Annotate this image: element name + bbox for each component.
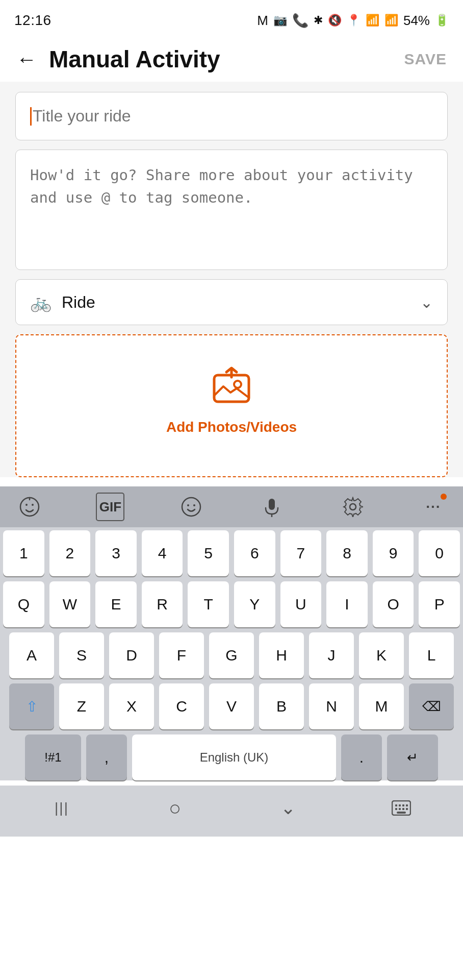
svg-rect-0 xyxy=(214,375,249,402)
content-area: 🚲 Ride ⌄ Add Photos/Videos xyxy=(0,82,463,477)
key-7[interactable]: 7 xyxy=(280,530,322,576)
text-cursor xyxy=(30,107,32,126)
key-i[interactable]: I xyxy=(326,581,368,627)
save-button[interactable]: SAVE xyxy=(404,51,447,68)
svg-point-12 xyxy=(350,504,356,510)
period-key[interactable]: . xyxy=(341,734,382,780)
key-o[interactable]: O xyxy=(373,581,414,627)
activity-selector-left: 🚲 Ride xyxy=(30,292,95,312)
key-0[interactable]: 0 xyxy=(419,530,460,576)
svg-rect-22 xyxy=(397,812,406,814)
key-p[interactable]: P xyxy=(419,581,460,627)
photo-upload-icon xyxy=(211,366,252,409)
svg-rect-10 xyxy=(269,499,275,510)
emoji-icon[interactable] xyxy=(177,493,205,521)
svg-rect-20 xyxy=(402,808,404,810)
phone-icon: 📞 xyxy=(292,13,308,29)
nav-home-icon[interactable]: ○ xyxy=(155,793,195,823)
key-9[interactable]: 9 xyxy=(373,530,414,576)
svg-point-7 xyxy=(182,498,200,516)
key-v[interactable]: V xyxy=(209,683,254,729)
svg-point-1 xyxy=(234,381,241,388)
key-x[interactable]: X xyxy=(109,683,154,729)
backspace-key[interactable]: ⌫ xyxy=(409,683,454,729)
bottom-nav: ||| ○ ⌄ xyxy=(0,786,463,837)
key-4[interactable]: 4 xyxy=(142,530,183,576)
key-q[interactable]: Q xyxy=(3,581,44,627)
gif-icon[interactable]: GIF xyxy=(96,493,124,521)
svg-rect-15 xyxy=(399,804,401,806)
key-5[interactable]: 5 xyxy=(188,530,229,576)
key-e[interactable]: E xyxy=(95,581,137,627)
activity-label: Ride xyxy=(62,293,95,312)
svg-point-3 xyxy=(20,498,39,516)
key-r[interactable]: R xyxy=(142,581,183,627)
svg-rect-19 xyxy=(399,808,401,810)
status-icons: M 📷 📞 ✱ 🔇 📍 📶 📶 54% 🔋 xyxy=(257,13,449,29)
key-z[interactable]: Z xyxy=(59,683,104,729)
title-input-field[interactable] xyxy=(30,107,433,126)
key-3[interactable]: 3 xyxy=(95,530,137,576)
back-button[interactable]: ← xyxy=(16,48,37,71)
description-input[interactable] xyxy=(30,164,433,253)
key-w[interactable]: W xyxy=(49,581,91,627)
title-input[interactable] xyxy=(33,107,433,126)
key-t[interactable]: T xyxy=(188,581,229,627)
key-l[interactable]: L xyxy=(409,632,454,678)
signal-icon: 📶 xyxy=(384,14,398,27)
number-row: 1 2 3 4 5 6 7 8 9 0 xyxy=(3,530,460,576)
mute-icon: 🔇 xyxy=(328,14,342,27)
gmail-icon: M xyxy=(257,13,268,29)
key-a[interactable]: A xyxy=(9,632,54,678)
battery-text: 54% xyxy=(403,13,430,29)
key-k[interactable]: K xyxy=(359,632,404,678)
keyboard-toolbar: GIF ··· xyxy=(0,486,463,527)
nav-down-icon[interactable]: ⌄ xyxy=(268,793,308,823)
key-n[interactable]: N xyxy=(309,683,354,729)
sticker-icon[interactable] xyxy=(15,493,44,521)
key-u[interactable]: U xyxy=(280,581,322,627)
key-d[interactable]: D xyxy=(109,632,154,678)
upload-label: Add Photos/Videos xyxy=(166,419,297,435)
comma-key[interactable]: , xyxy=(86,734,127,780)
shift-key[interactable]: ⇧ xyxy=(9,683,54,729)
svg-point-5 xyxy=(32,504,34,506)
key-s[interactable]: S xyxy=(59,632,104,678)
key-y[interactable]: Y xyxy=(234,581,275,627)
title-input-container[interactable] xyxy=(15,92,448,140)
key-6[interactable]: 6 xyxy=(234,530,275,576)
nav-keyboard-icon[interactable] xyxy=(381,793,422,823)
key-m[interactable]: M xyxy=(359,683,404,729)
key-1[interactable]: 1 xyxy=(3,530,44,576)
more-icon[interactable]: ··· xyxy=(419,493,448,521)
key-h[interactable]: H xyxy=(259,632,304,678)
key-8[interactable]: 8 xyxy=(326,530,368,576)
nav-back-icon[interactable]: ||| xyxy=(41,793,82,823)
key-b[interactable]: B xyxy=(259,683,304,729)
upload-area[interactable]: Add Photos/Videos xyxy=(15,334,448,477)
key-g[interactable]: G xyxy=(209,632,254,678)
key-2[interactable]: 2 xyxy=(49,530,91,576)
svg-point-4 xyxy=(25,504,28,506)
svg-rect-16 xyxy=(402,804,404,806)
location-icon: 📍 xyxy=(347,14,361,27)
description-input-container[interactable] xyxy=(15,150,448,270)
bike-icon: 🚲 xyxy=(30,292,52,312)
svg-point-9 xyxy=(193,504,195,506)
settings-icon[interactable] xyxy=(339,493,367,521)
status-time: 12:16 xyxy=(14,12,52,29)
bottom-row: !#1 , English (UK) . ↵ xyxy=(3,734,460,780)
key-c[interactable]: C xyxy=(159,683,204,729)
key-j[interactable]: J xyxy=(309,632,354,678)
wifi-icon: 📶 xyxy=(366,14,379,27)
svg-rect-21 xyxy=(406,808,408,810)
symbols-key[interactable]: !#1 xyxy=(25,734,81,780)
status-bar: 12:16 M 📷 📞 ✱ 🔇 📍 📶 📶 54% 🔋 xyxy=(0,0,463,37)
space-key[interactable]: English (UK) xyxy=(132,734,336,780)
key-f[interactable]: F xyxy=(159,632,204,678)
mic-icon[interactable] xyxy=(258,493,286,521)
svg-rect-14 xyxy=(395,804,397,806)
enter-key[interactable]: ↵ xyxy=(387,734,438,780)
activity-type-selector[interactable]: 🚲 Ride ⌄ xyxy=(15,279,448,325)
asdf-row: A S D F G H J K L xyxy=(3,632,460,678)
